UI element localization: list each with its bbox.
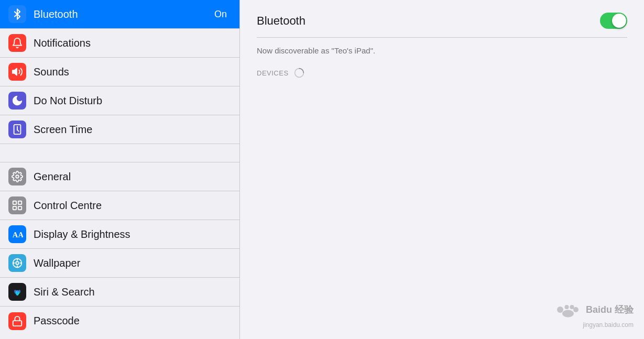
general-label: General bbox=[34, 171, 231, 183]
devices-label: DEVICES bbox=[257, 69, 289, 77]
do-not-disturb-label: Do Not Disturb bbox=[34, 95, 231, 107]
sidebar-item-wallpaper[interactable]: Wallpaper bbox=[0, 249, 239, 278]
svg-point-24 bbox=[573, 307, 578, 312]
baidu-text: Baidu 经验 bbox=[586, 303, 634, 316]
bluetooth-page-title: Bluetooth bbox=[257, 14, 305, 28]
bluetooth-label: Bluetooth bbox=[34, 8, 214, 20]
sidebar-separator-1 bbox=[0, 144, 239, 162]
bluetooth-toggle[interactable] bbox=[600, 13, 627, 29]
sidebar-item-screen-time[interactable]: Screen Time bbox=[0, 115, 239, 144]
svg-rect-7 bbox=[13, 206, 16, 210]
general-icon bbox=[8, 168, 26, 185]
sounds-icon bbox=[8, 63, 26, 81]
display-brightness-label: Display & Brightness bbox=[34, 228, 231, 240]
do-not-disturb-icon bbox=[8, 92, 26, 110]
devices-section: DEVICES bbox=[257, 68, 627, 78]
svg-point-22 bbox=[564, 305, 569, 309]
notifications-label: Notifications bbox=[34, 37, 231, 49]
svg-text:AA: AA bbox=[13, 231, 23, 239]
svg-line-3 bbox=[17, 130, 19, 132]
control-centre-label: Control Centre bbox=[34, 200, 231, 212]
discoverable-text: Now discoverable as "Teo's iPad". bbox=[257, 44, 627, 55]
main-content: Bluetooth Now discoverable as "Teo's iPa… bbox=[240, 0, 644, 339]
sidebar-item-notifications[interactable]: Notifications bbox=[0, 29, 239, 58]
svg-marker-0 bbox=[13, 69, 17, 75]
sidebar-item-general[interactable]: General bbox=[0, 162, 239, 191]
svg-point-11 bbox=[16, 261, 19, 265]
svg-point-25 bbox=[562, 310, 574, 318]
svg-rect-8 bbox=[18, 206, 21, 210]
svg-rect-6 bbox=[18, 201, 21, 204]
wallpaper-label: Wallpaper bbox=[34, 257, 231, 269]
screen-time-icon bbox=[8, 121, 26, 138]
screen-time-label: Screen Time bbox=[34, 124, 231, 136]
sidebar-item-display-brightness[interactable]: AA Display & Brightness bbox=[0, 220, 239, 249]
loading-spinner bbox=[294, 68, 304, 78]
bluetooth-header: Bluetooth bbox=[257, 13, 627, 38]
bluetooth-icon bbox=[8, 5, 26, 23]
sidebar-item-bluetooth[interactable]: Bluetooth On bbox=[0, 0, 239, 29]
sounds-label: Sounds bbox=[34, 66, 231, 78]
display-brightness-icon: AA bbox=[8, 225, 26, 243]
siri-icon bbox=[8, 283, 26, 301]
settings-sidebar: Bluetooth On Notifications Sounds bbox=[0, 0, 240, 339]
passcode-label: Passcode bbox=[34, 315, 231, 327]
toggle-knob bbox=[612, 14, 626, 28]
bluetooth-badge: On bbox=[214, 9, 227, 20]
siri-search-label: Siri & Search bbox=[34, 286, 231, 298]
svg-point-21 bbox=[557, 307, 563, 313]
svg-rect-5 bbox=[13, 201, 16, 204]
sidebar-item-siri-search[interactable]: Siri & Search bbox=[0, 278, 239, 307]
sidebar-item-control-centre[interactable]: Control Centre bbox=[0, 191, 239, 220]
svg-point-23 bbox=[570, 305, 574, 309]
svg-rect-19 bbox=[13, 321, 22, 326]
sidebar-item-do-not-disturb[interactable]: Do Not Disturb bbox=[0, 86, 239, 115]
baidu-logo-svg bbox=[552, 299, 584, 320]
sidebar-item-sounds[interactable]: Sounds bbox=[0, 58, 239, 86]
sidebar-item-passcode[interactable]: Passcode bbox=[0, 307, 239, 335]
svg-point-4 bbox=[16, 175, 19, 178]
wallpaper-icon bbox=[8, 254, 26, 272]
baidu-brand: Baidu 经验 bbox=[552, 299, 634, 320]
control-centre-icon bbox=[8, 196, 26, 214]
notifications-icon bbox=[8, 34, 26, 52]
passcode-icon bbox=[8, 312, 26, 330]
baidu-url: jingyan.baidu.com bbox=[583, 321, 634, 329]
watermark: Baidu 经验 jingyan.baidu.com bbox=[552, 299, 634, 329]
